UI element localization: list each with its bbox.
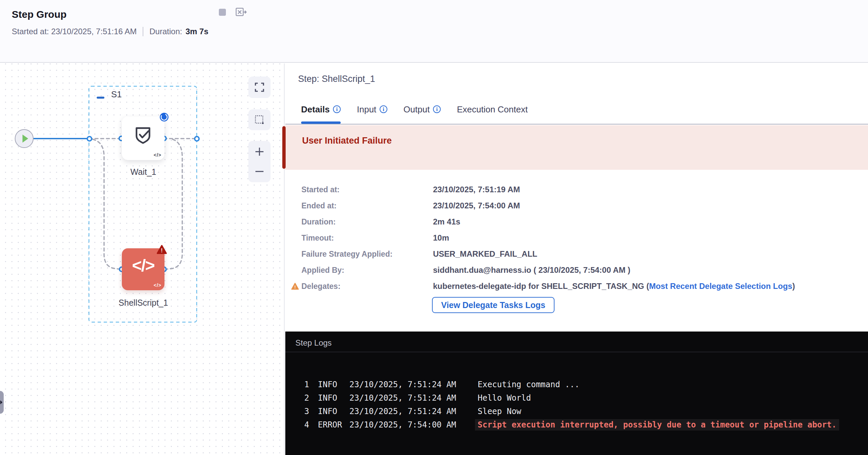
delegate-selection-logs-link[interactable]: Most Recent Delegate Selection Logs bbox=[649, 282, 793, 291]
node-label-shellscript: ShellScript_1 bbox=[119, 298, 168, 308]
pipeline-start-node[interactable] bbox=[15, 129, 34, 148]
detail-label: Failure Strategy Applied: bbox=[302, 250, 433, 259]
tab-label: Output bbox=[403, 104, 430, 115]
log-timestamp: 23/10/2025, 7:51:24 AM bbox=[349, 407, 457, 416]
started-at-label: Started at: bbox=[12, 27, 49, 36]
fullscreen-button[interactable] bbox=[248, 76, 271, 98]
detail-row: Started at:23/10/2025, 7:51:19 AM bbox=[302, 182, 795, 198]
stop-icon[interactable] bbox=[219, 9, 226, 16]
duration-value: 3m 7s bbox=[186, 27, 209, 36]
log-message: Sleep Now bbox=[477, 407, 521, 416]
detail-row: Delegates:!kubernetes-delegate-idp for S… bbox=[302, 278, 795, 294]
detail-row: Duration:2m 41s bbox=[302, 214, 795, 230]
logs-divider bbox=[285, 352, 868, 352]
zoom-in-button[interactable] bbox=[248, 141, 271, 162]
tab-label: Input bbox=[357, 104, 376, 115]
log-level: INFO bbox=[318, 380, 343, 389]
shell-script-icon: </> bbox=[122, 256, 164, 275]
log-timestamp: 23/10/2025, 7:54:00 AM bbox=[349, 420, 457, 429]
log-timestamp: 23/10/2025, 7:51:24 AM bbox=[349, 380, 457, 389]
detail-label: Applied By: bbox=[302, 266, 433, 275]
failed-status-icon: ! bbox=[156, 245, 167, 255]
fullscreen-icon bbox=[255, 83, 264, 92]
log-message: Hello World bbox=[477, 393, 531, 403]
detail-label: Timeout: bbox=[302, 233, 433, 242]
log-line-number: 2 bbox=[303, 393, 309, 403]
log-level: INFO bbox=[318, 407, 343, 416]
detail-value: kubernetes-delegate-idp for SHELL_SCRIPT… bbox=[433, 282, 795, 291]
meta-divider bbox=[143, 27, 143, 36]
play-icon bbox=[23, 135, 28, 142]
detail-value: 2m 41s bbox=[433, 217, 460, 227]
detail-label: Duration: bbox=[302, 218, 433, 227]
graph-canvas[interactable]: S1 </> Wait_1 </> </> bbox=[0, 63, 285, 455]
tab-label: Execution Context bbox=[457, 104, 528, 115]
detail-row: Timeout:10m bbox=[302, 230, 795, 246]
detail-value: siddhant.dua@harness.io ( 23/10/2025, 7:… bbox=[433, 265, 630, 275]
log-lines: 1INFO23/10/2025, 7:51:24 AMExecuting com… bbox=[303, 378, 839, 431]
warning-icon: ! bbox=[291, 283, 299, 290]
detail-value-text: ) bbox=[792, 282, 795, 291]
shield-check-icon bbox=[133, 125, 153, 147]
log-timestamp: 23/10/2025, 7:51:24 AM bbox=[349, 393, 457, 403]
info-icon[interactable]: i bbox=[333, 105, 341, 113]
log-line-number: 4 bbox=[303, 420, 309, 429]
started-at-value: 23/10/2025, 7:51:16 AM bbox=[51, 27, 136, 36]
detail-label: Ended at: bbox=[302, 201, 433, 210]
detail-row: Ended at:23/10/2025, 7:54:00 AM bbox=[302, 198, 795, 214]
tab-label: Details bbox=[301, 104, 330, 115]
log-message: Script execution interrupted, possibly d… bbox=[475, 419, 839, 430]
log-line: 3INFO23/10/2025, 7:51:24 AMSleep Now bbox=[303, 405, 839, 418]
selection-icon bbox=[254, 115, 265, 125]
step-details-list: Started at:23/10/2025, 7:51:19 AMEnded a… bbox=[302, 182, 795, 294]
log-level: INFO bbox=[318, 393, 343, 403]
view-delegate-tasks-logs-button[interactable]: View Delegate Tasks Logs bbox=[432, 297, 555, 313]
detail-row: Failure Strategy Applied:USER_MARKED_FAI… bbox=[302, 246, 795, 262]
log-line-number: 1 bbox=[303, 380, 309, 389]
tab-output[interactable]: Outputi bbox=[403, 104, 441, 124]
error-banner-text: User Initiated Failure bbox=[302, 136, 392, 146]
node-wait-1[interactable]: </> bbox=[122, 117, 164, 160]
tabs-border bbox=[285, 124, 868, 125]
info-icon[interactable]: i bbox=[380, 105, 388, 113]
tab-input[interactable]: Inputi bbox=[357, 104, 388, 124]
log-line: 2INFO23/10/2025, 7:51:24 AMHello World bbox=[303, 391, 839, 405]
node-label-wait: Wait_1 bbox=[130, 167, 156, 177]
error-banner: User Initiated Failure bbox=[285, 125, 868, 170]
info-icon[interactable]: i bbox=[433, 105, 441, 113]
log-line: 1INFO23/10/2025, 7:51:24 AMExecuting com… bbox=[303, 378, 839, 391]
log-message: Executing command ... bbox=[477, 380, 579, 389]
step-logs-panel[interactable]: Step Logs 1INFO23/10/2025, 7:51:24 AMExe… bbox=[285, 331, 868, 455]
detail-row: Applied By:siddhant.dua@harness.io ( 23/… bbox=[302, 262, 795, 278]
tabs: DetailsiInputiOutputiExecution Context bbox=[301, 104, 528, 124]
log-level: ERROR bbox=[318, 420, 343, 429]
step-logs-title: Step Logs bbox=[296, 338, 332, 348]
page-title: Step Group bbox=[12, 9, 66, 20]
svg-text:!: ! bbox=[294, 285, 296, 290]
log-line-number: 3 bbox=[303, 407, 309, 416]
collapse-group-icon[interactable] bbox=[97, 97, 104, 99]
duration-label: Duration: bbox=[149, 27, 182, 36]
step-title: Step: ShellScript_1 bbox=[298, 74, 375, 84]
header-bar: Step Group Started at: 23/10/2025, 7:51:… bbox=[0, 0, 868, 63]
detail-label: Started at: bbox=[302, 185, 433, 194]
step-group-execution-view: Step Group Started at: 23/10/2025, 7:51:… bbox=[0, 0, 868, 455]
detail-value: 23/10/2025, 7:51:19 AM bbox=[433, 185, 520, 194]
detail-value-text: kubernetes-delegate-idp for SHELL_SCRIPT… bbox=[433, 282, 649, 291]
log-line: 4ERROR23/10/2025, 7:54:00 AMScript execu… bbox=[303, 418, 839, 431]
edge-port bbox=[87, 136, 92, 141]
zoom-out-button[interactable] bbox=[248, 161, 271, 182]
selection-tool-button[interactable] bbox=[248, 109, 271, 130]
drawer-handle[interactable] bbox=[0, 391, 4, 414]
error-banner-accent bbox=[282, 126, 286, 169]
edge-port bbox=[194, 136, 200, 141]
code-glyph-icon: </> bbox=[154, 152, 161, 158]
detail-value: 23/10/2025, 7:54:00 AM bbox=[433, 201, 520, 210]
code-glyph-icon: </> bbox=[154, 283, 161, 288]
step-group-label: S1 bbox=[111, 89, 122, 100]
tab-details[interactable]: Detailsi bbox=[301, 104, 341, 124]
abort-icon[interactable] bbox=[236, 8, 247, 17]
running-status-icon bbox=[159, 112, 169, 122]
zoom-controls bbox=[248, 141, 271, 182]
tab-execution-context[interactable]: Execution Context bbox=[457, 104, 528, 124]
